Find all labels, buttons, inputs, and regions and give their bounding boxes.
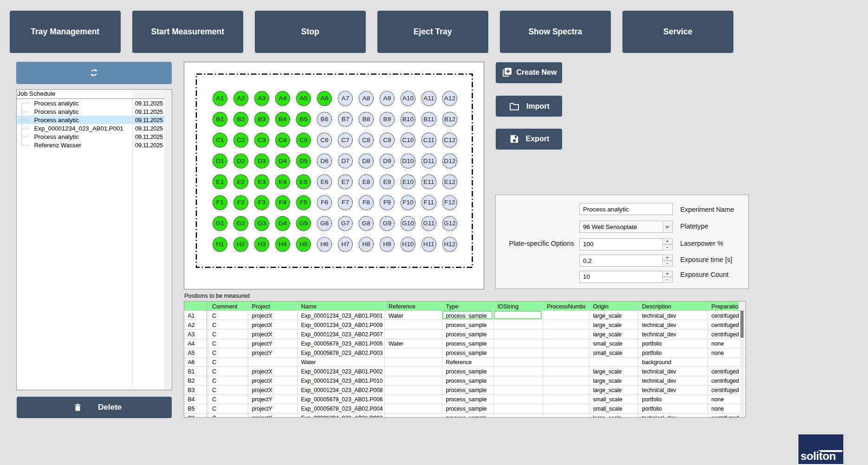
svg-text:G8: G8 — [362, 220, 370, 227]
svg-text:A10: A10 — [402, 95, 414, 102]
svg-text:A5: A5 — [299, 95, 307, 102]
svg-text:H1: H1 — [216, 241, 224, 248]
svg-text:H11: H11 — [423, 241, 434, 248]
svg-text:D10: D10 — [402, 157, 414, 164]
svg-text:A9: A9 — [383, 95, 391, 102]
svg-text:F4: F4 — [279, 199, 286, 206]
svg-text:A6: A6 — [320, 95, 328, 102]
svg-text:D11: D11 — [423, 157, 434, 164]
svg-text:A1: A1 — [216, 95, 224, 102]
svg-text:B9: B9 — [383, 116, 391, 123]
svg-text:A8: A8 — [362, 95, 370, 102]
svg-text:F1: F1 — [216, 199, 223, 206]
svg-text:C11: C11 — [423, 137, 434, 144]
svg-text:C9: C9 — [383, 137, 391, 144]
svg-text:H2: H2 — [237, 241, 245, 248]
svg-text:H12: H12 — [444, 241, 455, 248]
svg-text:D4: D4 — [279, 157, 287, 164]
svg-text:F10: F10 — [402, 199, 414, 206]
svg-text:E10: E10 — [402, 178, 414, 185]
svg-text:D2: D2 — [237, 157, 245, 164]
svg-text:A7: A7 — [341, 95, 349, 102]
svg-text:D6: D6 — [320, 157, 329, 164]
svg-text:A12: A12 — [444, 95, 455, 102]
svg-text:F5: F5 — [299, 199, 307, 206]
svg-text:G2: G2 — [236, 220, 245, 227]
svg-text:B12: B12 — [444, 116, 455, 123]
svg-text:E11: E11 — [423, 178, 434, 185]
svg-text:E6: E6 — [320, 178, 328, 185]
svg-text:B2: B2 — [237, 116, 245, 123]
svg-text:F12: F12 — [444, 199, 455, 206]
svg-text:F2: F2 — [237, 199, 244, 206]
svg-text:B5: B5 — [299, 116, 307, 123]
svg-text:E12: E12 — [444, 178, 455, 185]
svg-text:B7: B7 — [341, 116, 349, 123]
svg-text:F11: F11 — [423, 199, 434, 206]
svg-text:H6: H6 — [320, 241, 329, 248]
svg-text:G1: G1 — [215, 220, 224, 227]
svg-text:B1: B1 — [216, 116, 224, 123]
svg-text:H5: H5 — [299, 241, 308, 248]
svg-text:F7: F7 — [341, 199, 349, 206]
svg-text:E5: E5 — [299, 178, 307, 185]
svg-text:H8: H8 — [362, 241, 370, 248]
svg-text:F6: F6 — [320, 199, 328, 206]
svg-text:D12: D12 — [444, 157, 455, 164]
svg-text:F3: F3 — [258, 199, 265, 206]
svg-text:A11: A11 — [423, 95, 434, 102]
svg-text:C4: C4 — [279, 137, 287, 144]
svg-text:G11: G11 — [423, 220, 434, 227]
svg-text:G12: G12 — [443, 220, 455, 227]
svg-text:H4: H4 — [279, 241, 287, 248]
svg-text:C1: C1 — [216, 137, 224, 144]
svg-text:G7: G7 — [341, 220, 349, 227]
svg-text:B6: B6 — [320, 116, 328, 123]
svg-text:G4: G4 — [278, 220, 287, 227]
svg-text:F9: F9 — [383, 199, 390, 206]
svg-text:E8: E8 — [362, 178, 370, 185]
svg-text:E9: E9 — [383, 178, 391, 185]
svg-text:D1: D1 — [216, 157, 224, 164]
svg-text:E1: E1 — [216, 178, 224, 185]
svg-text:E4: E4 — [279, 178, 286, 185]
svg-text:H7: H7 — [341, 241, 350, 248]
svg-text:C2: C2 — [237, 137, 245, 144]
svg-text:C6: C6 — [320, 137, 329, 144]
svg-text:E3: E3 — [258, 178, 266, 185]
svg-text:G10: G10 — [402, 220, 414, 227]
svg-text:B4: B4 — [279, 116, 286, 123]
svg-text:H9: H9 — [383, 241, 391, 248]
svg-text:B3: B3 — [258, 116, 266, 123]
svg-text:D9: D9 — [383, 157, 391, 164]
svg-text:B11: B11 — [423, 116, 434, 123]
svg-text:D7: D7 — [341, 157, 350, 164]
svg-text:E7: E7 — [341, 178, 349, 185]
svg-text:H3: H3 — [258, 241, 266, 248]
svg-text:A4: A4 — [279, 95, 286, 102]
svg-text:A2: A2 — [237, 95, 245, 102]
svg-text:C5: C5 — [299, 137, 308, 144]
svg-text:D5: D5 — [299, 157, 308, 164]
svg-text:C7: C7 — [341, 137, 350, 144]
svg-text:D3: D3 — [258, 157, 266, 164]
svg-text:C8: C8 — [362, 137, 370, 144]
svg-text:A3: A3 — [258, 95, 266, 102]
svg-text:B8: B8 — [362, 116, 370, 123]
svg-text:G6: G6 — [320, 220, 329, 227]
svg-text:C3: C3 — [258, 137, 266, 144]
svg-text:F8: F8 — [362, 199, 369, 206]
svg-text:G9: G9 — [382, 220, 391, 227]
svg-text:E2: E2 — [237, 178, 245, 185]
svg-text:G3: G3 — [257, 220, 266, 227]
svg-text:C10: C10 — [402, 137, 414, 144]
svg-text:D8: D8 — [362, 157, 370, 164]
svg-text:H10: H10 — [402, 241, 414, 248]
svg-text:B10: B10 — [402, 116, 414, 123]
svg-text:G5: G5 — [299, 220, 308, 227]
svg-text:C12: C12 — [444, 137, 455, 144]
